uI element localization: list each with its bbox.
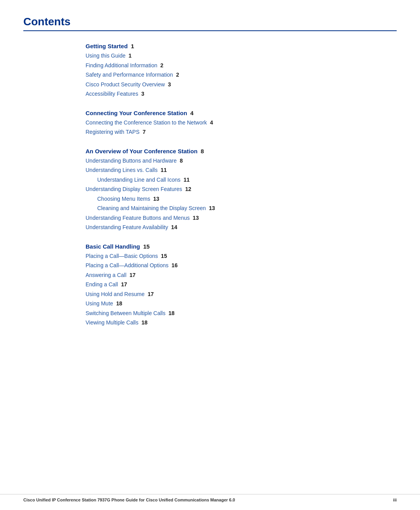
section-heading-overview: An Overview of Your Conference Station 8 [86,148,334,154]
toc-item[interactable]: Switching Between Multiple Calls 18 [86,308,334,318]
toc-item[interactable]: Understanding Feature Buttons and Menus … [86,213,334,223]
toc-item[interactable]: Accessibility Features 3 [86,89,334,99]
toc-item[interactable]: Using Mute 18 [86,299,334,308]
footer-page-num: iii [393,498,397,502]
toc-item[interactable]: Connecting the Conference Station to the… [86,118,334,128]
page-footer: Cisco Unified IP Conference Station 7937… [0,494,420,502]
toc-item[interactable]: Safety and Performance Information 2 [86,70,334,80]
toc-item[interactable]: Understanding Lines vs. Calls 11 [86,165,334,175]
toc-item[interactable]: Understanding Line and Call Icons 11 [86,175,334,185]
toc-section-overview: An Overview of Your Conference Station 8… [86,148,334,232]
toc-item[interactable]: Understanding Buttons and Hardware 8 [86,156,334,166]
toc-item[interactable]: Viewing Multiple Calls 18 [86,318,334,328]
page-title: Contents [23,16,397,28]
toc-item[interactable]: Placing a Call—Additional Options 16 [86,261,334,270]
toc-item[interactable]: Placing a Call—Basic Options 15 [86,251,334,261]
page-container: Contents Getting Started 1Using this Gui… [0,0,420,510]
toc-item[interactable]: Choosing Menu Items 13 [86,194,334,204]
toc-item[interactable]: Answering a Call 17 [86,270,334,280]
content-area: Getting Started 1Using this Guide 1Findi… [0,31,420,350]
toc-section-getting-started: Getting Started 1Using this Guide 1Findi… [86,43,334,99]
toc-item[interactable]: Cisco Product Security Overview 3 [86,80,334,89]
toc-section-connecting: Connecting Your Conference Station 4Conn… [86,110,334,137]
toc-section-basic-call: Basic Call Handling 15Placing a Call—Bas… [86,243,334,328]
header-section: Contents [0,0,420,31]
section-heading-getting-started: Getting Started 1 [86,43,334,49]
section-heading-basic-call: Basic Call Handling 15 [86,243,334,250]
toc-item[interactable]: Understanding Feature Availability 14 [86,223,334,232]
toc-item[interactable]: Cleaning and Maintaining the Display Scr… [86,203,334,213]
toc-item[interactable]: Ending a Call 17 [86,280,334,289]
toc-item[interactable]: Using Hold and Resume 17 [86,289,334,299]
section-heading-connecting: Connecting Your Conference Station 4 [86,110,334,116]
toc-item[interactable]: Using this Guide 1 [86,51,334,61]
toc-item[interactable]: Understanding Display Screen Features 12 [86,184,334,194]
toc-item[interactable]: Registering with TAPS 7 [86,127,334,137]
footer-text: Cisco Unified IP Conference Station 7937… [23,498,235,502]
toc-item[interactable]: Finding Additional Information 2 [86,61,334,70]
